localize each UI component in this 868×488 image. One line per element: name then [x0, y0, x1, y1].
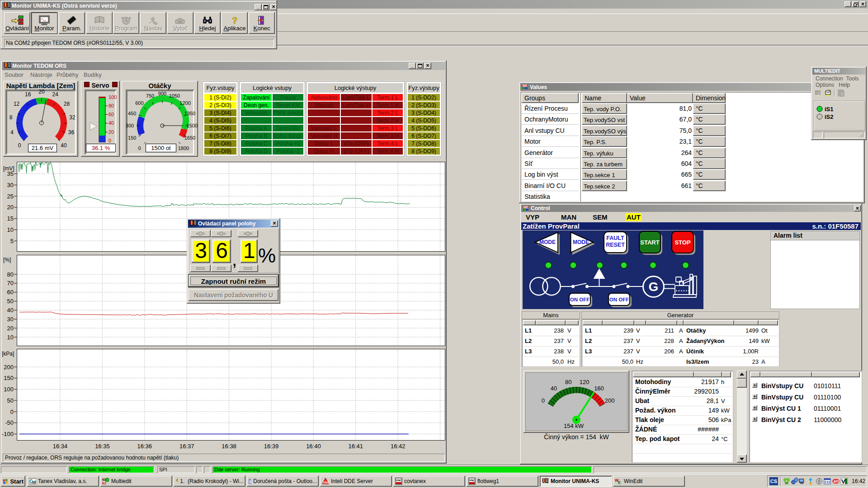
svg-text:1800: 1800: [178, 145, 189, 151]
svg-text:900: 900: [158, 91, 166, 96]
svg-text:16:36: 16:36: [137, 443, 152, 450]
svg-text:0: 0: [108, 138, 111, 143]
svg-text:ON OFF: ON OFF: [609, 297, 629, 302]
svg-text:0: 0: [10, 408, 14, 415]
svg-text:STOP: STOP: [675, 239, 690, 246]
svg-text:VNC: VNC: [396, 479, 402, 482]
svg-text:16:34: 16:34: [53, 443, 68, 450]
svg-text:G: G: [649, 280, 659, 294]
svg-text:DDE: DDE: [323, 481, 329, 484]
svg-text:35: 35: [7, 170, 14, 177]
svg-text:16:39: 16:39: [264, 443, 279, 450]
svg-text:16:35: 16:35: [95, 443, 110, 450]
svg-text:4: 4: [10, 129, 14, 136]
svg-text:40: 40: [108, 120, 114, 126]
svg-text:EZ: EZ: [102, 482, 107, 485]
svg-text:WE: WE: [523, 84, 528, 87]
svg-text:28: 28: [64, 101, 70, 107]
svg-text:20: 20: [108, 129, 114, 135]
svg-text:24: 24: [52, 91, 59, 98]
svg-text:5: 5: [10, 238, 14, 244]
svg-text:16:40: 16:40: [306, 443, 321, 450]
svg-text:ON OFF: ON OFF: [570, 297, 590, 302]
svg-text:8: 8: [9, 114, 13, 121]
svg-text:20: 20: [7, 204, 14, 211]
svg-text:1200: 1200: [179, 100, 190, 106]
svg-text:80: 80: [108, 103, 114, 108]
svg-text:70: 70: [7, 280, 14, 286]
svg-text:1650: 1650: [184, 135, 195, 141]
svg-text:10: 10: [7, 226, 14, 233]
svg-text:25: 25: [7, 193, 14, 200]
svg-text:100: 100: [4, 386, 14, 393]
svg-text:150: 150: [128, 135, 136, 141]
svg-text:START: START: [640, 239, 659, 246]
svg-text:0: 0: [542, 397, 545, 404]
svg-text:16: 16: [25, 91, 31, 98]
svg-text:1350: 1350: [184, 111, 195, 116]
svg-text:120: 120: [580, 379, 590, 385]
svg-text:36: 36: [68, 129, 75, 136]
svg-text:RESET: RESET: [606, 242, 625, 248]
svg-text:60: 60: [7, 289, 14, 296]
svg-text:?: ?: [232, 15, 237, 25]
svg-text:1050: 1050: [169, 93, 180, 99]
svg-text:80: 80: [565, 379, 571, 385]
svg-text:100: 100: [108, 94, 117, 100]
svg-text:WE: WE: [524, 206, 529, 209]
svg-text:0: 0: [138, 145, 141, 151]
svg-text:ATI: ATI: [834, 479, 839, 483]
svg-text:E: E: [618, 480, 621, 485]
svg-text:150: 150: [4, 375, 14, 381]
svg-text:VNC: VNC: [469, 479, 475, 482]
svg-text:20: 20: [7, 325, 14, 332]
svg-text:MODE: MODE: [539, 239, 556, 245]
svg-text:W: W: [32, 480, 36, 484]
svg-text:0: 0: [18, 142, 21, 149]
svg-text:200: 200: [605, 397, 615, 404]
svg-text:-50: -50: [5, 419, 14, 426]
svg-text:V: V: [841, 478, 845, 485]
svg-text:40: 40: [7, 307, 14, 314]
svg-text:450: 450: [128, 111, 136, 116]
svg-text:80: 80: [7, 271, 14, 278]
svg-text:[%]: [%]: [3, 257, 11, 263]
svg-text:20: 20: [38, 89, 45, 95]
svg-text:10: 10: [7, 334, 14, 341]
svg-text:[kPa]: [kPa]: [2, 351, 14, 357]
svg-text:16:38: 16:38: [222, 443, 236, 450]
svg-text:50: 50: [7, 397, 14, 404]
svg-text:1500: 1500: [187, 123, 198, 128]
svg-text:16:37: 16:37: [179, 443, 194, 450]
svg-text:16:42: 16:42: [391, 443, 406, 450]
svg-text:60: 60: [108, 112, 114, 117]
svg-text:300: 300: [126, 123, 134, 128]
svg-text:30: 30: [7, 182, 14, 188]
svg-text:160: 160: [594, 385, 604, 392]
svg-text:50: 50: [7, 298, 14, 305]
svg-text:600: 600: [135, 100, 143, 106]
svg-text:750: 750: [146, 93, 154, 99]
svg-text:30: 30: [7, 316, 14, 323]
svg-text:154 kW: 154 kW: [564, 422, 584, 429]
svg-text:32: 32: [69, 114, 75, 121]
svg-text:200: 200: [4, 364, 14, 371]
svg-text:!: !: [803, 478, 805, 483]
svg-text:FAULT: FAULT: [606, 235, 624, 241]
svg-text:-100: -100: [2, 431, 14, 437]
svg-text:15: 15: [7, 215, 14, 222]
svg-text:12: 12: [14, 101, 20, 107]
svg-text:16:41: 16:41: [349, 443, 363, 450]
svg-text:40: 40: [551, 385, 557, 392]
svg-text:40: 40: [61, 142, 67, 149]
svg-text:MODE: MODE: [573, 239, 589, 245]
